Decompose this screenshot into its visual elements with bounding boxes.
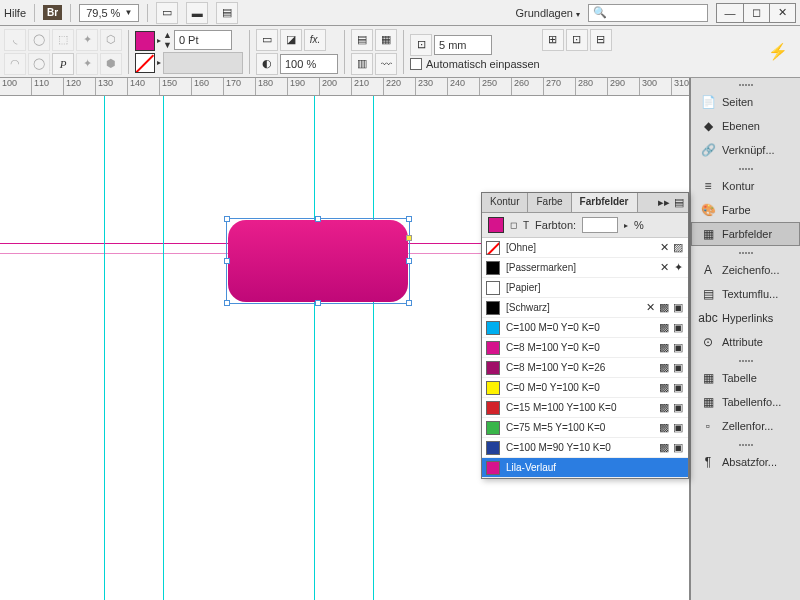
panel-button[interactable]: ▦Farbfelder [691,222,800,246]
panel-button[interactable]: ▤Textumflu... [691,282,800,306]
panel-button[interactable]: ¶Absatzfor... [691,450,800,474]
stroke-weight-field[interactable]: 0 Pt [174,30,232,50]
inset-field[interactable]: 5 mm [434,35,492,55]
search-input[interactable]: 🔍 [588,4,708,22]
tool-icon[interactable]: ⬚ [52,29,74,51]
help-menu[interactable]: Hilfe [4,7,26,19]
zoom-field[interactable]: 79,5 %▼ [79,4,139,22]
panel-menu-icon[interactable]: ▤ [674,196,684,209]
vertical-guide[interactable] [163,96,164,600]
tab-kontur[interactable]: Kontur [482,193,528,212]
panel-label: Tabelle [722,372,757,384]
selection-handle[interactable] [406,258,412,264]
wrap-icon[interactable]: 〰 [375,53,397,75]
fit-icon[interactable]: ⊡ [566,29,588,51]
wrap-icon[interactable]: ▥ [351,53,373,75]
view-mode-2-icon[interactable]: ▬ [186,2,208,24]
close-button[interactable]: ✕ [769,4,795,22]
selection-handle[interactable] [224,216,230,222]
panel-button[interactable]: 🔗Verknüpf... [691,138,800,162]
container-icon[interactable]: ◻ [510,220,517,230]
fx-icon[interactable]: fx. [304,29,326,51]
maximize-button[interactable]: ◻ [743,4,769,22]
swatch-row[interactable]: C=0 M=0 Y=100 K=0▩▣ [482,378,688,398]
vertical-guide[interactable] [373,96,374,600]
tint-label: Farbton: [535,219,576,231]
swatch-row[interactable]: Lila-Verlauf [482,458,688,478]
opacity-icon[interactable]: ◐ [256,53,278,75]
panel-button[interactable]: ≡Kontur [691,174,800,198]
fill-swatch[interactable] [135,31,155,51]
panel-button[interactable]: abcHyperlinks [691,306,800,330]
fill-preview[interactable] [488,217,504,233]
swatch-row[interactable]: C=75 M=5 Y=100 K=0▩▣ [482,418,688,438]
wrap-icon[interactable]: ▦ [375,29,397,51]
tool-icon[interactable]: ◠ [4,53,26,75]
swatch-row[interactable]: [Papier] [482,278,688,298]
autofit-checkbox[interactable] [410,58,422,70]
bridge-badge[interactable]: Br [43,5,62,20]
vertical-guide[interactable] [104,96,105,600]
tool-icon[interactable]: ✦ [76,53,98,75]
swatch-row[interactable]: C=100 M=0 Y=0 K=0▩▣ [482,318,688,338]
selection-handle[interactable] [406,216,412,222]
vertical-guide[interactable] [314,96,315,600]
panel-button[interactable]: ▦Tabellenfo... [691,390,800,414]
workspace-switcher[interactable]: Grundlagen ▾ [515,7,580,19]
tool-icon[interactable]: ⬢ [100,53,122,75]
opacity-field[interactable]: 100 % [280,54,338,74]
selection-handle[interactable] [315,216,321,222]
effects-icon[interactable]: ▭ [256,29,278,51]
tool-icon[interactable]: ◯ [28,53,50,75]
view-mode-3-icon[interactable]: ▤ [216,2,238,24]
swatch-name: C=8 M=100 Y=0 K=26 [506,362,652,373]
bolt-icon[interactable]: ⚡ [768,42,788,61]
frame-icon[interactable]: ⊡ [410,34,432,56]
shadow-icon[interactable]: ◪ [280,29,302,51]
panel-icon: 📄 [700,95,716,109]
tool-icon[interactable]: ✦ [76,29,98,51]
panel-button[interactable]: ▫Zellenfor... [691,414,800,438]
panel-icon: ▦ [700,371,716,385]
panel-button[interactable]: AZeichenfo... [691,258,800,282]
selection-handle[interactable] [224,300,230,306]
swatch-row[interactable]: C=8 M=100 Y=0 K=0▩▣ [482,338,688,358]
corner-handle[interactable] [406,235,412,241]
panel-button[interactable]: ◆Ebenen [691,114,800,138]
selection-handle[interactable] [315,300,321,306]
swatch-name: C=15 M=100 Y=100 K=0 [506,402,652,413]
selection-handle[interactable] [224,258,230,264]
stroke-spinner-icon[interactable]: ▲▼ [163,30,172,50]
swatch-row[interactable]: C=8 M=100 Y=0 K=26▩▣ [482,358,688,378]
tint-field[interactable] [582,217,618,233]
panel-icon: A [700,263,716,277]
panel-button[interactable]: 📄Seiten [691,90,800,114]
panel-button[interactable]: ▦Tabelle [691,366,800,390]
swatch-row[interactable]: [Schwarz]✕▩▣ [482,298,688,318]
selection-handle[interactable] [406,300,412,306]
text-icon[interactable]: T [523,220,529,231]
tool-icon[interactable]: ◯ [28,29,50,51]
wrap-icon[interactable]: ▤ [351,29,373,51]
fit-icon[interactable]: ⊞ [542,29,564,51]
swatch-row[interactable]: [Ohne]✕▨ [482,238,688,258]
fit-icon[interactable]: ⊟ [590,29,612,51]
swatch-chip [486,461,500,475]
swatch-name: [Passermarken] [506,262,652,273]
stroke-swatch[interactable] [135,53,155,73]
swatch-flags: ▩▣ [658,401,684,414]
minimize-button[interactable]: — [717,4,743,22]
tool-icon[interactable]: ⬡ [100,29,122,51]
view-mode-1-icon[interactable]: ▭ [156,2,178,24]
collapse-icon[interactable]: ▸▸ [658,196,670,209]
autofit-label: Automatisch einpassen [426,58,540,70]
tab-farbfelder[interactable]: Farbfelder [572,193,638,212]
type-tool-icon[interactable]: P [52,53,74,75]
swatch-row[interactable]: [Passermarken]✕✦ [482,258,688,278]
swatch-row[interactable]: C=100 M=90 Y=10 K=0▩▣ [482,438,688,458]
swatch-row[interactable]: C=15 M=100 Y=100 K=0▩▣ [482,398,688,418]
panel-button[interactable]: 🎨Farbe [691,198,800,222]
tab-farbe[interactable]: Farbe [528,193,571,212]
panel-button[interactable]: ⊙Attribute [691,330,800,354]
tool-icon[interactable]: ◟ [4,29,26,51]
